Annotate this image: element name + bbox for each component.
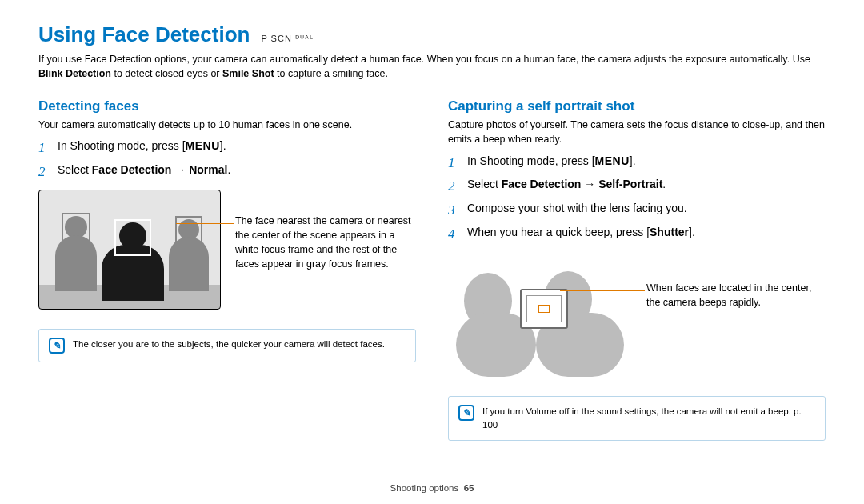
right-note: ✎ If you turn Volume off in the sound se… xyxy=(448,396,826,442)
menu-button-label: MENU xyxy=(186,139,220,152)
step-bold: Normal xyxy=(189,163,227,176)
menu-button-label: MENU xyxy=(595,154,630,167)
left-step-2: 2 Select Face Detection → Normal. xyxy=(38,162,416,182)
intro-c: to detect closed eyes or xyxy=(111,68,222,79)
step-bold: Shutter xyxy=(650,226,689,238)
step-bold: Face Detection xyxy=(502,178,582,190)
note-text: The closer you are to the subjects, the … xyxy=(73,338,385,351)
arrow: → xyxy=(171,163,189,176)
left-column: Detecting faces Your camera automaticall… xyxy=(38,98,416,441)
footer-section: Shooting options xyxy=(390,483,459,493)
right-step-2: 2 Select Face Detection → Self-Portrait. xyxy=(448,177,826,196)
left-note: ✎ The closer you are to the subjects, th… xyxy=(38,329,416,362)
step-number: 1 xyxy=(38,138,50,158)
caption-text: The face nearest the camera or nearest t… xyxy=(235,215,411,270)
right-step-3: 3 Compose your shot with the lens facing… xyxy=(448,201,826,220)
step-text: Compose your shot with the lens facing y… xyxy=(467,201,687,217)
page-title: Using Face Detection xyxy=(38,22,250,47)
self-portrait-figure xyxy=(448,257,632,377)
step-bold: Face Detection xyxy=(92,163,172,176)
left-figure-caption: The face nearest the camera or nearest t… xyxy=(235,190,416,310)
note-icon: ✎ xyxy=(49,338,65,354)
left-desc: Your camera automatically detects up to … xyxy=(38,118,416,132)
intro-paragraph: If you use Face Detection options, your … xyxy=(38,52,826,81)
right-heading: Capturing a self portrait shot xyxy=(448,98,826,114)
mode-badges: P SCN ᴰᵁᴬᴸ xyxy=(261,34,313,44)
step-text: ]. xyxy=(689,226,695,238)
intro-a: If you use Face Detection options, your … xyxy=(38,54,810,65)
step-text: In Shooting mode, press [ xyxy=(467,154,595,167)
step-text: ]. xyxy=(220,139,226,152)
camera-icon xyxy=(520,289,568,329)
note-icon: ✎ xyxy=(458,405,474,421)
footer-page-number: 65 xyxy=(464,483,474,493)
right-column: Capturing a self portrait shot Capture p… xyxy=(448,98,826,441)
step-number: 2 xyxy=(448,177,459,196)
step-number: 3 xyxy=(448,201,459,220)
right-step-4: 4 When you hear a quick beep, press [Shu… xyxy=(448,225,826,244)
arrow: → xyxy=(581,178,598,190)
step-text: Select xyxy=(467,178,502,190)
step-number: 1 xyxy=(448,154,459,173)
step-number: 4 xyxy=(448,225,459,244)
intro-e: to capture a smiling face. xyxy=(274,68,388,79)
intro-d: Smile Shot xyxy=(222,68,274,79)
step-text: Select xyxy=(58,163,92,176)
step-text: . xyxy=(662,178,666,190)
step-text: When you hear a quick beep, press [ xyxy=(467,226,650,238)
caption-text: When faces are located in the center, th… xyxy=(646,282,811,308)
note-text: If you turn Volume off in the sound sett… xyxy=(482,405,815,433)
right-desc: Capture photos of yourself. The camera s… xyxy=(448,118,826,146)
detecting-faces-figure xyxy=(38,190,221,310)
step-number: 2 xyxy=(38,162,50,182)
left-heading: Detecting faces xyxy=(38,98,416,114)
page-footer: Shooting options 65 xyxy=(0,483,864,493)
step-text: . xyxy=(227,163,230,176)
left-step-1: 1 In Shooting mode, press [MENU]. xyxy=(38,138,416,158)
step-text: In Shooting mode, press [ xyxy=(58,139,186,152)
step-bold: Self-Portrait xyxy=(598,178,662,190)
step-text: ]. xyxy=(630,154,636,167)
intro-b: Blink Detection xyxy=(38,68,111,79)
right-figure-caption: When faces are located in the center, th… xyxy=(646,252,826,377)
right-step-1: 1 In Shooting mode, press [MENU]. xyxy=(448,154,826,173)
